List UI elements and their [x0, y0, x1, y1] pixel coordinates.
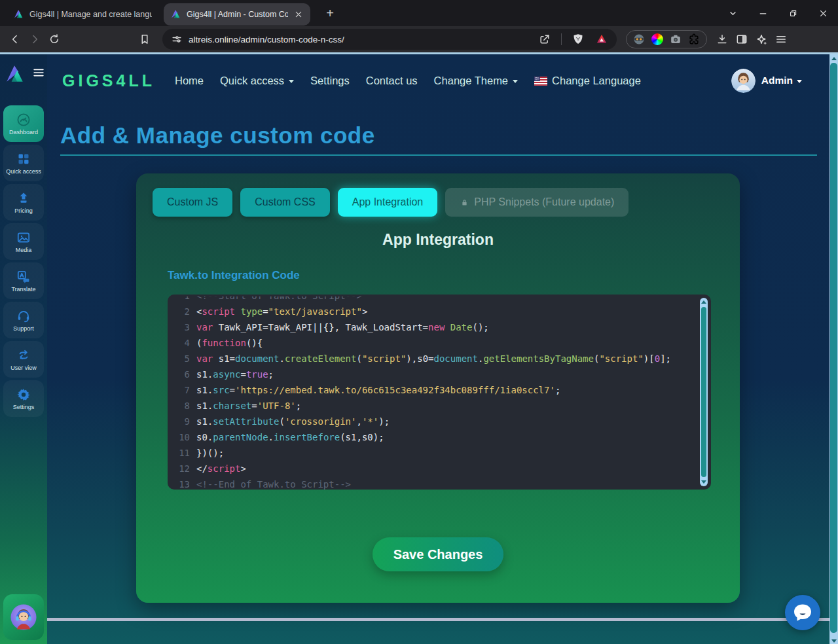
window-controls	[718, 0, 838, 26]
admin-username: Admin	[761, 75, 793, 86]
lock-icon	[460, 198, 469, 207]
url-text[interactable]: altreis.online/admin/custom-code-n-css/	[189, 35, 535, 45]
nav-links: HomeQuick accessSettingsContact usChange…	[175, 75, 641, 87]
loop-icon	[15, 348, 32, 363]
tab-custom-js[interactable]: Custom JS	[153, 188, 232, 217]
code-scroll-thumb[interactable]	[701, 307, 706, 477]
tab-label: App Integration	[352, 196, 424, 208]
tab-custom-css[interactable]: Custom CSS	[240, 188, 329, 217]
code-line-9: 9s1.setAttribute('crossorigin','*');	[174, 414, 711, 429]
gear-icon	[15, 387, 32, 402]
nav-link-label: Quick access	[220, 75, 284, 87]
section-title: App Integration	[136, 231, 740, 249]
gigs4ll-logo[interactable]	[4, 63, 26, 85]
page-scroll-up-icon[interactable]	[831, 57, 837, 60]
tab-label: PHP Snippets (Future update)	[474, 196, 614, 208]
minimize-button[interactable]	[748, 0, 778, 26]
sidebar-user-avatar[interactable]	[3, 594, 44, 640]
code-editor[interactable]: 1<!--Start of Tawk.to Script-->2<script …	[168, 295, 711, 490]
brand-logo-text[interactable]: GIGS4LL	[62, 71, 155, 90]
address-bar[interactable]: altreis.online/admin/custom-code-n-css/	[162, 29, 617, 50]
brave-rewards-icon[interactable]	[592, 29, 611, 49]
sidebar-item-media[interactable]: Media	[3, 223, 44, 260]
scroll-down-arrow-icon[interactable]	[701, 480, 706, 484]
code-line-8: 8s1.charset='UTF-8';	[174, 398, 711, 414]
sidebar-item-support[interactable]: Support	[3, 302, 44, 338]
sidebar-item-label: Translate	[11, 286, 35, 293]
admin-user-menu[interactable]: Admin	[731, 69, 802, 93]
code-line-13: 13<!--End of Tawk.to Script-->	[174, 476, 711, 490]
leo-ai-sparkle-icon[interactable]	[752, 29, 771, 49]
sidebar-item-quick-access[interactable]: Quick access	[3, 145, 44, 181]
tab-search-chevron-icon[interactable]	[718, 0, 748, 26]
browser-chrome: Gigs4ll | Manage and create languagGigs4…	[0, 0, 838, 52]
screenshot-extension-icon[interactable]	[668, 32, 683, 46]
nav-link-quick-access[interactable]: Quick access	[220, 75, 294, 87]
save-changes-button[interactable]: Save Changes	[373, 537, 503, 571]
browser-tab-list: Gigs4ll | Manage and create languagGigs4…	[0, 1, 310, 26]
nav-link-change-theme[interactable]: Change Theme	[434, 75, 518, 87]
tab-label: Custom JS	[167, 196, 218, 208]
page-scroll-down-icon[interactable]	[831, 639, 837, 643]
forward-button[interactable]	[25, 29, 45, 49]
admin-sidebar: DashboardQuick accessPricingMediaTransla…	[0, 54, 47, 644]
sidebar-item-user-view[interactable]: User view	[3, 341, 44, 378]
custom-code-card: Custom JSCustom CSSApp IntegrationPHP Sn…	[136, 173, 740, 603]
ninja-extension-icon[interactable]	[632, 32, 646, 46]
caret-down-icon	[289, 80, 294, 83]
nav-link-change-language[interactable]: Change Language	[534, 75, 641, 87]
brave-shield-icon[interactable]	[568, 29, 588, 49]
code-line-12: 12</script>	[174, 461, 711, 476]
nav-link-home[interactable]: Home	[175, 75, 204, 87]
nav-link-contact-us[interactable]: Contact us	[366, 75, 418, 87]
sidebar-item-label: Media	[16, 247, 32, 253]
code-line-2: 2<script type="text/javascript">	[174, 304, 711, 319]
browser-tab-gigs4ll-admin-custom-code[interactable]: Gigs4ll | Admin - Custom Code	[164, 3, 310, 26]
sidebar-item-pricing[interactable]: Pricing	[3, 184, 44, 221]
grid-icon	[15, 151, 32, 167]
code-line-6: 6s1.async=true;	[174, 367, 711, 382]
tab-label: Custom CSS	[255, 196, 315, 208]
close-button[interactable]	[808, 0, 838, 26]
sidebar-toggle-icon[interactable]	[732, 29, 752, 49]
back-button[interactable]	[5, 29, 25, 49]
translate-icon	[15, 269, 32, 285]
code-line-1: 1<!--Start of Tawk.to Script-->	[174, 296, 711, 304]
nav-link-label: Change Language	[552, 75, 641, 87]
color-wheel-extension-icon[interactable]	[650, 32, 665, 46]
code-line-7: 7s1.src='https://embed.tawk.to/66c615c3e…	[174, 382, 711, 398]
code-line-11: 11})();	[174, 445, 711, 461]
share-icon[interactable]	[535, 29, 555, 49]
extensions-cluster	[626, 30, 707, 48]
new-tab-button[interactable]: +	[321, 4, 339, 22]
scroll-up-arrow-icon[interactable]	[701, 300, 706, 304]
code-line-4: 4(function(){	[174, 335, 711, 351]
sidebar-item-settings[interactable]: Settings	[3, 380, 44, 417]
nav-link-settings[interactable]: Settings	[310, 75, 350, 87]
site-settings-icon[interactable]	[170, 29, 183, 49]
code-editor-scrollbar[interactable]	[700, 298, 708, 486]
nav-link-label: Change Theme	[434, 75, 508, 87]
browser-tab-gigs4ll-manage-and-create-languag[interactable]: Gigs4ll | Manage and create languag	[7, 3, 158, 26]
tab-app-integration[interactable]: App Integration	[338, 188, 438, 217]
page-scroll-thumb[interactable]	[830, 63, 837, 633]
reload-button[interactable]	[45, 29, 64, 49]
sidebar-item-label: Dashboard	[9, 129, 38, 135]
restore-button[interactable]	[778, 0, 808, 26]
extensions-puzzle-icon[interactable]	[687, 32, 701, 46]
sidebar-item-translate[interactable]: Translate	[3, 262, 44, 299]
tab-strip: Gigs4ll | Manage and create languagGigs4…	[0, 0, 838, 26]
nav-link-label: Contact us	[366, 75, 418, 87]
sidebar-item-dashboard[interactable]: Dashboard	[3, 105, 44, 142]
us-flag-icon	[534, 76, 547, 85]
page-scrollbar[interactable]	[829, 54, 838, 644]
sidebar-hamburger-icon[interactable]	[31, 65, 46, 82]
browser-toolbar: altreis.online/admin/custom-code-n-css/	[0, 26, 838, 52]
tawk-chat-widget-button[interactable]	[785, 595, 820, 630]
downloads-icon[interactable]	[712, 29, 732, 49]
caret-down-icon	[513, 80, 518, 83]
browser-menu-icon[interactable]	[771, 29, 791, 49]
bookmark-icon[interactable]	[135, 29, 155, 49]
code-tabs: Custom JSCustom CSSApp IntegrationPHP Sn…	[153, 188, 628, 217]
tab-close-icon[interactable]	[293, 9, 304, 20]
